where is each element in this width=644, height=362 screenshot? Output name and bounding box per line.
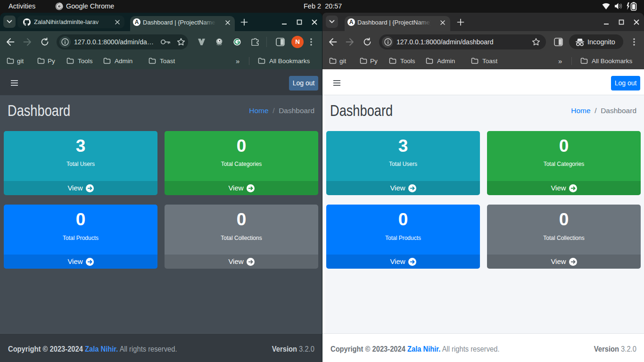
- svg-text:A: A: [135, 19, 139, 25]
- svg-text:A: A: [349, 19, 354, 25]
